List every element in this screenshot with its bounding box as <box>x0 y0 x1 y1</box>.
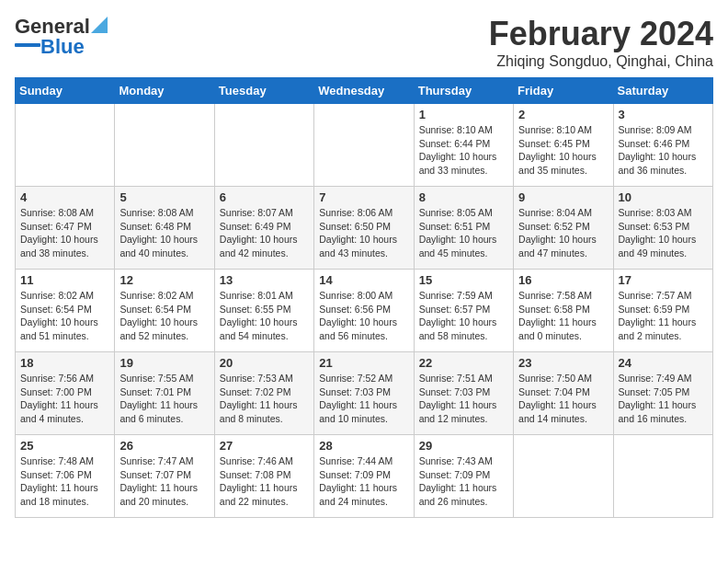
calendar-cell: 24Sunrise: 7:49 AM Sunset: 7:05 PM Dayli… <box>613 352 712 435</box>
day-info: Sunrise: 8:02 AM Sunset: 6:54 PM Dayligh… <box>20 289 109 343</box>
day-info: Sunrise: 7:43 AM Sunset: 7:09 PM Dayligh… <box>419 454 508 509</box>
calendar-table: SundayMondayTuesdayWednesdayThursdayFrid… <box>15 77 713 518</box>
day-number: 2 <box>518 108 608 121</box>
day-number: 18 <box>20 356 109 370</box>
calendar-cell: 16Sunrise: 7:58 AM Sunset: 6:58 PM Dayli… <box>514 270 613 352</box>
calendar-header: Thursday <box>414 78 513 104</box>
day-info: Sunrise: 7:56 AM Sunset: 7:00 PM Dayligh… <box>20 372 109 426</box>
day-number: 7 <box>319 190 408 204</box>
calendar-cell <box>314 104 414 187</box>
logo-blue: Blue <box>40 35 85 59</box>
calendar-cell <box>214 104 313 187</box>
calendar-cell: 7Sunrise: 8:06 AM Sunset: 6:50 PM Daylig… <box>314 187 414 270</box>
svg-rect-1 <box>15 43 40 47</box>
day-info: Sunrise: 8:05 AM Sunset: 6:51 PM Dayligh… <box>419 206 508 260</box>
day-info: Sunrise: 8:04 AM Sunset: 6:52 PM Dayligh… <box>518 206 608 260</box>
day-info: Sunrise: 8:01 AM Sunset: 6:55 PM Dayligh… <box>220 289 309 343</box>
day-number: 12 <box>119 273 209 287</box>
day-number: 13 <box>220 273 309 287</box>
calendar-cell: 2Sunrise: 8:10 AM Sunset: 6:45 PM Daylig… <box>514 104 613 187</box>
title-block: February 2024 Zhiqing Songduo, Qinghai, … <box>489 15 713 70</box>
logo: General Blue <box>15 15 108 59</box>
day-number: 16 <box>518 273 608 287</box>
day-info: Sunrise: 8:08 AM Sunset: 6:47 PM Dayligh… <box>20 206 109 260</box>
calendar-cell: 13Sunrise: 8:01 AM Sunset: 6:55 PM Dayli… <box>214 270 313 352</box>
day-number: 27 <box>220 439 309 453</box>
day-number: 23 <box>518 356 608 370</box>
logo-underline-icon <box>15 43 40 51</box>
calendar-cell: 26Sunrise: 7:47 AM Sunset: 7:07 PM Dayli… <box>115 435 214 518</box>
calendar-cell: 8Sunrise: 8:05 AM Sunset: 6:51 PM Daylig… <box>414 187 513 270</box>
calendar-cell: 1Sunrise: 8:10 AM Sunset: 6:44 PM Daylig… <box>414 104 513 187</box>
day-info: Sunrise: 7:57 AM Sunset: 6:59 PM Dayligh… <box>619 289 708 343</box>
day-number: 14 <box>319 273 408 287</box>
calendar-cell <box>613 435 712 518</box>
calendar-cell: 17Sunrise: 7:57 AM Sunset: 6:59 PM Dayli… <box>613 270 712 352</box>
day-number: 10 <box>619 190 708 204</box>
calendar-header: Friday <box>514 78 613 104</box>
calendar-cell <box>514 435 613 518</box>
calendar-header: Sunday <box>16 78 115 104</box>
calendar-header: Saturday <box>613 78 712 104</box>
calendar-cell: 3Sunrise: 8:09 AM Sunset: 6:46 PM Daylig… <box>613 104 712 187</box>
day-number: 15 <box>419 273 508 287</box>
day-info: Sunrise: 7:58 AM Sunset: 6:58 PM Dayligh… <box>518 289 608 343</box>
calendar-cell: 29Sunrise: 7:43 AM Sunset: 7:09 PM Dayli… <box>414 435 513 518</box>
day-info: Sunrise: 8:02 AM Sunset: 6:54 PM Dayligh… <box>119 289 209 343</box>
calendar-cell: 15Sunrise: 7:59 AM Sunset: 6:57 PM Dayli… <box>414 270 513 352</box>
day-number: 4 <box>20 190 109 204</box>
calendar-cell: 23Sunrise: 7:50 AM Sunset: 7:04 PM Dayli… <box>514 352 613 435</box>
logo-arrow-icon <box>91 17 108 33</box>
day-number: 17 <box>619 273 708 287</box>
day-number: 29 <box>419 439 508 453</box>
calendar-cell: 4Sunrise: 8:08 AM Sunset: 6:47 PM Daylig… <box>16 187 115 270</box>
day-info: Sunrise: 7:50 AM Sunset: 7:04 PM Dayligh… <box>518 372 608 426</box>
page-header: General Blue February 2024 Zhiqing Songd… <box>15 15 713 70</box>
calendar-cell: 28Sunrise: 7:44 AM Sunset: 7:09 PM Dayli… <box>314 435 414 518</box>
day-number: 8 <box>419 190 508 204</box>
day-info: Sunrise: 8:07 AM Sunset: 6:49 PM Dayligh… <box>220 206 309 260</box>
day-number: 24 <box>619 356 708 370</box>
calendar-cell: 18Sunrise: 7:56 AM Sunset: 7:00 PM Dayli… <box>16 352 115 435</box>
calendar-header: Tuesday <box>214 78 313 104</box>
day-info: Sunrise: 7:46 AM Sunset: 7:08 PM Dayligh… <box>220 454 309 509</box>
calendar-cell: 11Sunrise: 8:02 AM Sunset: 6:54 PM Dayli… <box>16 270 115 352</box>
calendar-header: Wednesday <box>314 78 414 104</box>
calendar-cell: 22Sunrise: 7:51 AM Sunset: 7:03 PM Dayli… <box>414 352 513 435</box>
month-title: February 2024 <box>489 15 713 53</box>
day-number: 5 <box>119 190 209 204</box>
day-info: Sunrise: 7:55 AM Sunset: 7:01 PM Dayligh… <box>119 372 209 426</box>
day-info: Sunrise: 8:10 AM Sunset: 6:44 PM Dayligh… <box>419 123 508 178</box>
day-number: 1 <box>419 108 508 121</box>
day-number: 26 <box>119 439 209 453</box>
day-info: Sunrise: 8:06 AM Sunset: 6:50 PM Dayligh… <box>319 206 408 260</box>
calendar-cell <box>16 104 115 187</box>
day-info: Sunrise: 7:47 AM Sunset: 7:07 PM Dayligh… <box>119 454 209 509</box>
day-info: Sunrise: 7:53 AM Sunset: 7:02 PM Dayligh… <box>220 372 309 426</box>
day-number: 28 <box>319 439 408 453</box>
day-number: 20 <box>220 356 309 370</box>
day-number: 19 <box>119 356 209 370</box>
calendar-cell: 9Sunrise: 8:04 AM Sunset: 6:52 PM Daylig… <box>514 187 613 270</box>
calendar-cell: 20Sunrise: 7:53 AM Sunset: 7:02 PM Dayli… <box>214 352 313 435</box>
day-info: Sunrise: 8:00 AM Sunset: 6:56 PM Dayligh… <box>319 289 408 343</box>
calendar-cell: 19Sunrise: 7:55 AM Sunset: 7:01 PM Dayli… <box>115 352 214 435</box>
day-info: Sunrise: 7:44 AM Sunset: 7:09 PM Dayligh… <box>319 454 408 509</box>
day-info: Sunrise: 7:52 AM Sunset: 7:03 PM Dayligh… <box>319 372 408 426</box>
day-info: Sunrise: 8:03 AM Sunset: 6:53 PM Dayligh… <box>619 206 708 260</box>
day-info: Sunrise: 7:51 AM Sunset: 7:03 PM Dayligh… <box>419 372 508 426</box>
day-number: 25 <box>20 439 109 453</box>
day-number: 9 <box>518 190 608 204</box>
calendar-cell: 10Sunrise: 8:03 AM Sunset: 6:53 PM Dayli… <box>613 187 712 270</box>
calendar-cell: 14Sunrise: 8:00 AM Sunset: 6:56 PM Dayli… <box>314 270 414 352</box>
calendar-cell: 27Sunrise: 7:46 AM Sunset: 7:08 PM Dayli… <box>214 435 313 518</box>
day-number: 11 <box>20 273 109 287</box>
day-info: Sunrise: 8:09 AM Sunset: 6:46 PM Dayligh… <box>619 123 708 178</box>
day-info: Sunrise: 7:48 AM Sunset: 7:06 PM Dayligh… <box>20 454 109 509</box>
calendar-header: Monday <box>115 78 214 104</box>
calendar-cell: 21Sunrise: 7:52 AM Sunset: 7:03 PM Dayli… <box>314 352 414 435</box>
day-info: Sunrise: 7:59 AM Sunset: 6:57 PM Dayligh… <box>419 289 508 343</box>
day-info: Sunrise: 8:08 AM Sunset: 6:48 PM Dayligh… <box>119 206 209 260</box>
calendar-cell: 25Sunrise: 7:48 AM Sunset: 7:06 PM Dayli… <box>16 435 115 518</box>
day-number: 3 <box>619 108 708 121</box>
